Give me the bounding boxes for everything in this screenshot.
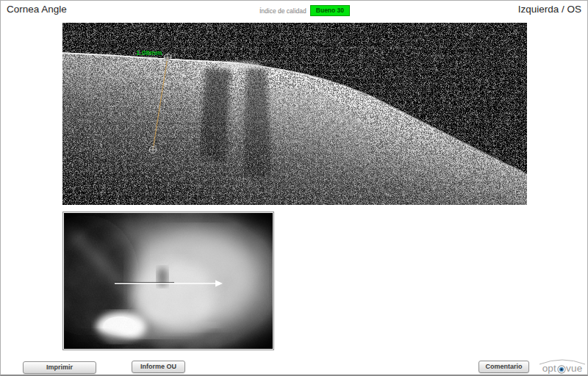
oct-bscan-rendering: [62, 23, 527, 205]
eye-side-label: Izquierda / OS: [518, 4, 581, 15]
fundus-rendering: [64, 213, 273, 349]
comment-button[interactable]: Comentario: [478, 361, 529, 373]
eyelid-arc-icon: [538, 358, 587, 365]
eye-icon: [557, 365, 566, 374]
fundus-preview-image: [62, 212, 274, 350]
measurement-value: 1.08mm: [136, 48, 162, 57]
caliper-handle-bottom-icon[interactable]: [149, 146, 156, 153]
quality-index-group: Índice de calidad Bueno 30: [259, 5, 350, 16]
quality-status-badge: Bueno 30: [310, 5, 350, 16]
print-button[interactable]: Imprimir: [23, 361, 96, 374]
optovue-logo: opt vue: [538, 361, 587, 375]
caliper-handle-top-icon[interactable]: [164, 54, 171, 60]
application-window: Cornea Angle Índice de calidad Bueno 30 …: [0, 0, 588, 376]
quality-index-label: Índice de calidad: [259, 7, 306, 15]
oct-scan-image[interactable]: 1.08mm: [62, 23, 527, 205]
ou-report-button[interactable]: Informe OU: [132, 361, 185, 373]
page-title: Cornea Angle: [7, 4, 67, 15]
